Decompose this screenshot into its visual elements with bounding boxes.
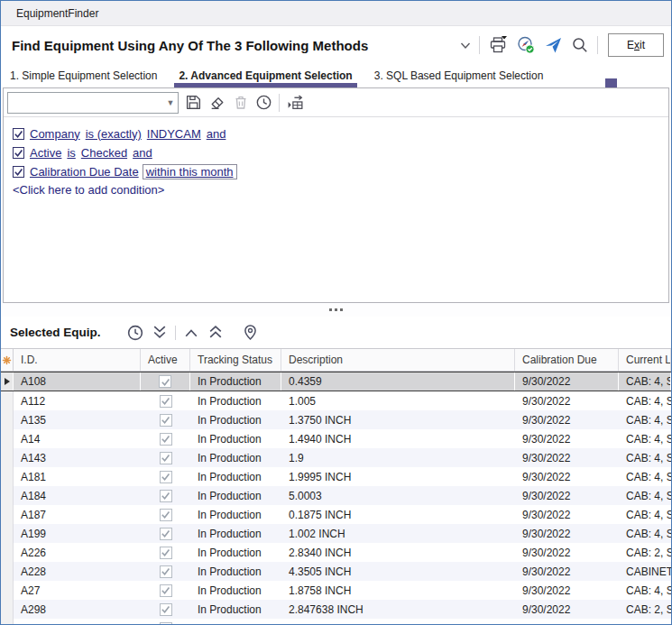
table-row[interactable]: A112In Production1.0059/30/2022CAB: 4, S… — [1, 391, 671, 410]
preset-combobox[interactable]: ▼ — [7, 92, 179, 114]
condition-term[interactable]: and — [133, 146, 152, 160]
move-up-icon[interactable] — [182, 325, 200, 340]
row-selector[interactable] — [1, 505, 14, 524]
send-icon[interactable] — [544, 36, 563, 55]
column-header-tracking-status[interactable]: Tracking Status — [190, 349, 281, 371]
condition-term[interactable]: is — [67, 146, 75, 160]
table-row[interactable]: A308In Production1.5124 INCH9/30/2022CAB… — [1, 619, 671, 624]
exit-label-part: E — [627, 39, 634, 51]
table-row[interactable]: A14In Production1.4940 INCH9/30/2022CAB:… — [1, 429, 671, 448]
row-selector[interactable] — [1, 467, 14, 486]
column-header-current-l[interactable]: Current L — [619, 349, 671, 371]
tab-simple-selection[interactable]: 1. Simple Equipment Selection — [5, 64, 161, 87]
verify-compass-icon[interactable] — [516, 35, 536, 55]
table-row[interactable]: A298In Production2.847638 INCH9/30/2022C… — [1, 600, 671, 619]
table-row[interactable]: A187In Production0.1875 INCH9/30/2022CAB… — [1, 505, 671, 524]
active-checkbox[interactable] — [160, 603, 172, 616]
condition-row: Calibration Due Datewithin this month — [13, 162, 668, 180]
print-icon[interactable] — [488, 35, 508, 55]
row-selector[interactable] — [1, 600, 14, 619]
condition-term[interactable]: Calibration Due Date — [30, 165, 139, 179]
table-row[interactable]: A228In Production4.3505 INCH9/30/2022CAB… — [1, 562, 671, 581]
cell-current-location: CAB: 4, SH — [619, 391, 671, 410]
condition-term[interactable]: Company — [30, 127, 80, 141]
table-row[interactable]: A226In Production2.8340 INCH9/30/2022CAB… — [1, 543, 671, 562]
table-row[interactable]: A181In Production1.9995 INCH9/30/2022CAB… — [1, 467, 671, 486]
column-header-i-d-[interactable]: I.D. — [14, 349, 141, 371]
search-icon[interactable] — [571, 36, 589, 54]
active-checkbox[interactable] — [160, 622, 172, 625]
active-checkbox[interactable] — [160, 528, 172, 540]
eraser-icon[interactable] — [208, 94, 226, 111]
active-checkbox[interactable] — [159, 375, 171, 388]
table-row[interactable]: A27In Production1.8758 INCH9/30/2022CAB:… — [1, 581, 671, 600]
run-to-grid-icon[interactable] — [286, 94, 305, 111]
table-row[interactable]: A135In Production1.3750 INCH9/30/2022CAB… — [1, 410, 671, 429]
table-row[interactable]: A108In Production0.43599/30/2022CAB: 4, … — [1, 372, 671, 391]
splitter-handle[interactable] — [1, 303, 671, 317]
tab-advanced-selection[interactable]: 2. Advanced Equipment Selection — [174, 64, 356, 87]
exit-button[interactable]: Exit — [608, 33, 664, 57]
row-selector[interactable] — [1, 410, 14, 429]
row-selector[interactable] — [1, 562, 14, 581]
active-checkbox[interactable] — [160, 490, 172, 502]
condition-term[interactable]: Checked — [81, 146, 127, 160]
chevron-down-icon[interactable] — [460, 41, 471, 50]
row-selector[interactable] — [1, 372, 14, 391]
active-checkbox[interactable] — [160, 565, 172, 578]
cell-id: A308 — [14, 619, 141, 624]
cell-id: A108 — [14, 372, 141, 391]
row-selector[interactable] — [1, 391, 14, 410]
table-row[interactable]: A184In Production5.00039/30/2022CAB: 4, … — [1, 486, 671, 505]
row-selector[interactable] — [1, 619, 14, 624]
cell-id: A199 — [14, 524, 141, 543]
table-row[interactable]: A199In Production1.002 INCH9/30/2022CAB:… — [1, 524, 671, 543]
history-icon[interactable] — [126, 324, 144, 342]
column-header-active[interactable]: Active — [141, 349, 190, 371]
row-selector[interactable] — [1, 543, 14, 562]
row-selector[interactable] — [1, 429, 14, 448]
active-checkbox[interactable] — [160, 395, 172, 408]
row-selector[interactable] — [1, 581, 14, 600]
cell-active — [141, 505, 190, 524]
active-checkbox[interactable] — [160, 584, 172, 597]
locate-icon[interactable] — [242, 323, 259, 342]
active-checkbox[interactable] — [160, 471, 172, 483]
active-checkbox[interactable] — [160, 509, 172, 521]
active-checkbox[interactable] — [160, 433, 172, 446]
active-checkbox[interactable] — [160, 414, 172, 427]
column-header-description[interactable]: Description — [281, 349, 515, 371]
condition-checkbox[interactable] — [13, 147, 24, 159]
combo-dropdown-icon[interactable]: ▼ — [163, 98, 178, 107]
cell-active — [141, 543, 190, 562]
cell-tracking-status: In Production — [190, 372, 281, 391]
save-icon[interactable] — [185, 94, 202, 111]
active-checkbox[interactable] — [160, 452, 172, 464]
condition-checkbox[interactable] — [13, 166, 24, 178]
condition-row: Companyis (exactly)INDYCAMand — [13, 124, 668, 142]
cell-id: A27 — [14, 581, 141, 600]
preset-combobox-input[interactable] — [8, 93, 163, 113]
delete-icon[interactable] — [233, 94, 249, 111]
tab-sql-selection[interactable]: 3. SQL Based Equipment Selection — [370, 64, 548, 87]
history-icon[interactable] — [255, 94, 272, 111]
condition-term[interactable]: is (exactly) — [86, 127, 142, 141]
cell-description: 2.8340 INCH — [281, 543, 515, 562]
row-selector[interactable] — [1, 448, 14, 467]
cell-tracking-status: In Production — [190, 391, 281, 410]
row-selector[interactable] — [1, 524, 14, 543]
cell-tracking-status: In Production — [190, 562, 281, 581]
condition-checkbox[interactable] — [13, 128, 24, 140]
row-selector[interactable] — [1, 486, 14, 505]
condition-term[interactable]: and — [207, 127, 226, 141]
table-row[interactable]: A143In Production1.99/30/2022CAB: 4, SH — [1, 448, 671, 467]
move-bottom-icon[interactable] — [151, 324, 169, 341]
condition-term[interactable]: INDYCAM — [147, 127, 201, 141]
condition-term[interactable]: Active — [30, 146, 61, 160]
grid-corner-cell[interactable] — [1, 349, 14, 371]
active-checkbox[interactable] — [160, 547, 172, 559]
add-condition-link[interactable]: <Click here to add condition> — [13, 183, 668, 197]
column-header-calibration-due[interactable]: Calibration Due — [515, 349, 619, 371]
condition-term[interactable]: within this month — [143, 164, 237, 179]
move-top-icon[interactable] — [207, 324, 225, 341]
